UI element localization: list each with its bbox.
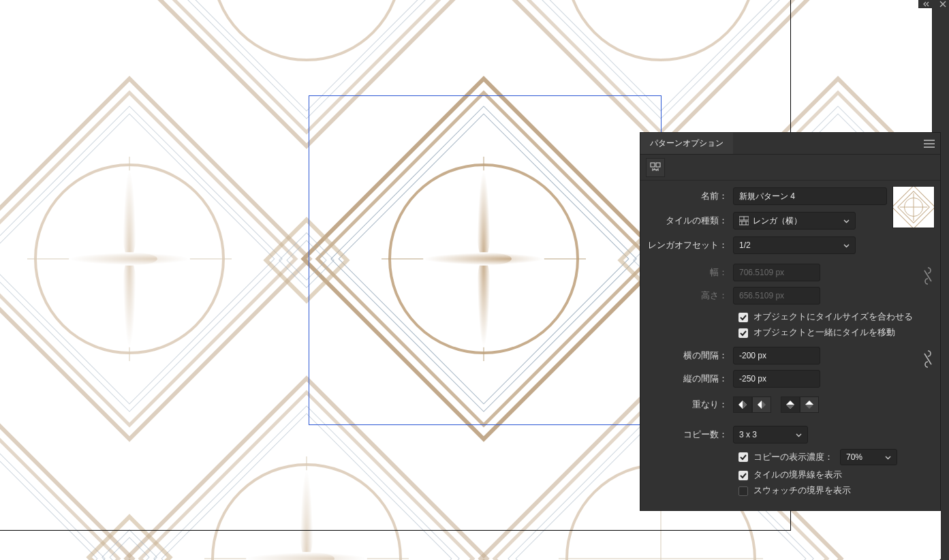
artboard-edge-bottom	[0, 530, 791, 531]
resize-corner-icon[interactable]	[939, 550, 949, 560]
panel-tab[interactable]: パターンオプション	[640, 133, 733, 154]
copies-value: 3 x 3	[739, 430, 757, 439]
pattern-tile-tool-button[interactable]	[646, 158, 665, 177]
overlap-left-front-button[interactable]	[733, 396, 752, 413]
label-brick-offset: レンガオフセット：	[646, 240, 733, 251]
label-dim-copies: コピーの表示濃度：	[753, 452, 833, 463]
label-name: 名前：	[646, 191, 733, 202]
chevron-down-icon	[843, 217, 850, 224]
copies-select[interactable]: 3 x 3	[733, 426, 808, 444]
tile-type-select[interactable]: レンガ（横）	[733, 212, 856, 230]
tile-preview-thumbnail	[892, 186, 935, 228]
svg-rect-0	[651, 163, 655, 167]
label-tile-type: タイルの種類：	[646, 215, 733, 227]
checkbox-show-tile-edge[interactable]	[738, 471, 748, 480]
tile-selection-rect[interactable]	[309, 95, 662, 425]
checkbox-show-swatch-edge[interactable]	[738, 486, 748, 496]
chevron-down-icon	[795, 431, 802, 438]
close-panel-icon[interactable]	[939, 1, 946, 7]
label-show-tile-edge: タイルの境界線を表示	[753, 469, 842, 481]
link-spacing-icon[interactable]	[921, 345, 935, 373]
chevron-down-icon	[843, 242, 850, 249]
label-height: 高さ：	[646, 290, 733, 302]
dock-rail-thin	[941, 0, 949, 560]
height-input	[733, 287, 820, 305]
overlap-top-front-button[interactable]	[781, 396, 800, 413]
pattern-options-panel: パターンオプション 名前：	[640, 133, 940, 510]
collapse-panel-icon[interactable]	[923, 1, 930, 7]
tile-type-value: レンガ（横）	[753, 215, 802, 227]
label-width: 幅：	[646, 267, 733, 279]
brick-offset-select[interactable]: 1/2	[733, 236, 856, 254]
dim-copies-value: 70%	[846, 452, 862, 462]
link-wh-icon[interactable]	[921, 262, 935, 290]
checkbox-size-to-art[interactable]	[738, 313, 748, 322]
v-spacing-input[interactable]	[733, 370, 820, 388]
panel-menu-icon[interactable]	[918, 133, 940, 154]
label-h-spacing: 横の間隔：	[646, 350, 733, 362]
label-move-with-art: オブジェクトと一緒にタイルを移動	[753, 327, 895, 339]
svg-rect-6	[739, 221, 749, 225]
name-input[interactable]	[733, 187, 887, 205]
panel-toolbar	[640, 155, 940, 181]
checkbox-move-with-art[interactable]	[738, 328, 748, 338]
dim-copies-select[interactable]: 70%	[840, 449, 897, 465]
label-overlap: 重なり：	[646, 399, 733, 411]
checkbox-dim-copies[interactable]	[738, 452, 748, 462]
label-v-spacing: 縦の間隔：	[646, 373, 733, 385]
label-copies: コピー数：	[646, 429, 733, 441]
width-input	[733, 264, 820, 281]
overlap-right-front-button[interactable]	[752, 396, 771, 413]
brick-offset-value: 1/2	[739, 240, 751, 250]
chevron-down-icon	[884, 454, 891, 461]
panel-header: パターンオプション	[640, 133, 940, 155]
label-size-to-art: オブジェクトにタイルサイズを合わせる	[753, 311, 913, 323]
svg-rect-1	[656, 163, 660, 167]
h-spacing-input[interactable]	[733, 347, 820, 364]
overlap-bottom-front-button[interactable]	[800, 396, 819, 413]
brick-icon	[739, 216, 749, 225]
label-show-swatch-edge: スウォッチの境界を表示	[753, 485, 851, 497]
